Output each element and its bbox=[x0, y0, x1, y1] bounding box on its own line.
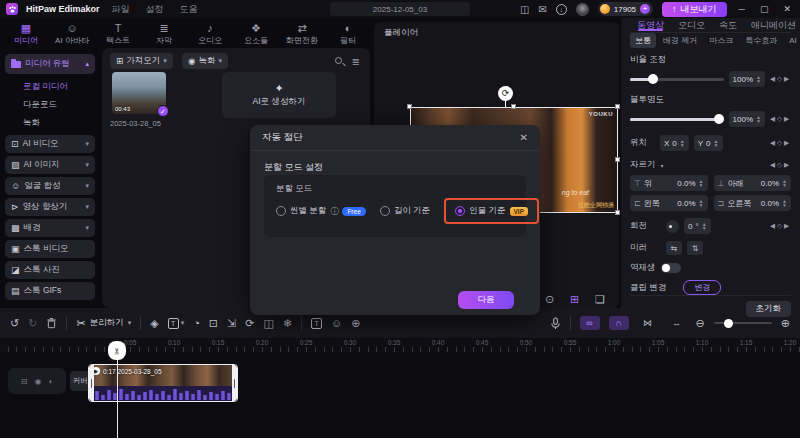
rotate-handle-icon[interactable]: ⟳ bbox=[498, 86, 513, 101]
sidebar-item-local-media[interactable]: 로컬 미디어 bbox=[5, 78, 95, 96]
trim-handle-right[interactable] bbox=[232, 365, 237, 401]
record-button[interactable]: ◉ 녹화 ▾ bbox=[182, 53, 228, 69]
sidebar-item-ai-image[interactable]: ▨AI 이미지▾ bbox=[5, 156, 95, 174]
ribbon-tab-filter[interactable]: ◐필터 bbox=[326, 20, 370, 48]
chevron-down-icon[interactable]: ▾ bbox=[661, 162, 664, 169]
sticker-icon[interactable]: ☺ bbox=[331, 317, 342, 329]
import-button[interactable]: ⊞ 가져오기 ▾ bbox=[110, 53, 173, 69]
selection-handle[interactable] bbox=[407, 104, 412, 109]
tab-speed[interactable]: 속도 bbox=[712, 18, 744, 32]
track-visibility-icon[interactable]: ◉ bbox=[34, 377, 41, 386]
position-y-box[interactable]: Y0▲▼ bbox=[694, 135, 723, 151]
menu-file[interactable]: 파일 bbox=[108, 3, 134, 16]
scene-detect-icon[interactable]: ⊕ bbox=[351, 317, 360, 330]
stepper-icon[interactable]: ▲▼ bbox=[680, 139, 685, 147]
sidebar-item-stock-gifs[interactable]: ▤스톡 GIFs bbox=[5, 282, 95, 300]
stepper-icon[interactable]: ▲▼ bbox=[782, 199, 787, 207]
radio-icon[interactable] bbox=[276, 206, 286, 216]
timeline-tracks[interactable]: ⊟ ◉ ◐ 커버 ▶ 0:17 2025-03-28_05 bbox=[0, 352, 800, 438]
scale-slider[interactable] bbox=[630, 78, 724, 81]
fullscreen-icon[interactable]: ❏ bbox=[595, 293, 605, 306]
ribbon-tab-transition[interactable]: ⇄화면전환 bbox=[280, 20, 324, 48]
sidebar-item-face-swap[interactable]: ☺얼굴 합성▾ bbox=[5, 177, 95, 195]
radio-person-based[interactable]: 인물 기준 VIP bbox=[444, 198, 539, 224]
sidebar-item-download[interactable]: 다운로드 bbox=[5, 96, 95, 114]
ribbon-tab-ai-avatar[interactable]: ☺AI 아바타 bbox=[50, 20, 94, 48]
sidebar-item-stock-photo[interactable]: ◪스톡 사진 bbox=[5, 261, 95, 279]
quality-badge-icon[interactable]: ◈ bbox=[150, 317, 158, 330]
radio-length-based[interactable]: 길이 기준 bbox=[380, 205, 430, 217]
selection-handle[interactable] bbox=[615, 210, 620, 215]
rotate-dial[interactable] bbox=[666, 220, 679, 233]
subtab-bg-remove[interactable]: 배경 제거 bbox=[658, 33, 702, 48]
sort-list-icon[interactable]: ≣ bbox=[352, 56, 360, 67]
keyframe-controls[interactable]: ◀◇▶ bbox=[770, 161, 791, 169]
download-icon[interactable]: ↓ bbox=[556, 4, 567, 15]
timeline-clip[interactable]: ▶ 0:17 2025-03-28_05 bbox=[88, 364, 238, 402]
credits-pill[interactable]: 17905 + bbox=[598, 2, 653, 16]
stepper-icon[interactable]: ▲▼ bbox=[702, 222, 707, 230]
trash-icon[interactable] bbox=[46, 317, 57, 329]
stepper-icon[interactable]: ▲▼ bbox=[782, 179, 787, 187]
ribbon-tab-subtitle[interactable]: ≣자막 bbox=[142, 20, 186, 48]
crop-right-box[interactable]: ⊐오른쪽0.0%▲▼ bbox=[714, 195, 792, 211]
close-button[interactable]: ✕ bbox=[780, 4, 794, 14]
subtab-normal[interactable]: 보통 bbox=[630, 33, 656, 48]
grid-icon[interactable]: ⊞ bbox=[570, 293, 579, 306]
rotate-value-box[interactable]: 0°▲▼ bbox=[684, 218, 711, 234]
voiceover-button[interactable] bbox=[550, 317, 561, 330]
stepper-icon[interactable]: ▲▼ bbox=[699, 179, 704, 187]
sidebar-item-video-enhancer[interactable]: ⊳영상 향상기▾ bbox=[5, 198, 95, 216]
crop-icon[interactable]: ⊡ bbox=[209, 317, 218, 330]
minimize-button[interactable]: ─ bbox=[736, 4, 748, 14]
layout-icon[interactable]: ◫ bbox=[520, 4, 529, 15]
ribbon-tab-audio[interactable]: ♪오디오 bbox=[188, 20, 232, 48]
sidebar-item-stock-video[interactable]: ▣스톡 비디오 bbox=[5, 240, 95, 258]
radio-scene-split[interactable]: 씬별 분할 ⓘ Free bbox=[276, 205, 366, 217]
subtab-effects[interactable]: 특수효과 bbox=[740, 33, 782, 48]
selection-handle[interactable] bbox=[615, 157, 620, 162]
time-rewind-icon[interactable]: ⟳ bbox=[245, 317, 254, 330]
opacity-value-box[interactable]: 100%▲▼ bbox=[729, 111, 765, 127]
keyframe-controls[interactable]: ◀◇▶ bbox=[770, 75, 791, 83]
link-clips-icon[interactable]: ∞ bbox=[580, 316, 600, 330]
sidebar-item-ai-video[interactable]: ⊡AI 비디오▾ bbox=[5, 135, 95, 153]
playhead-scissors-badge[interactable]: ✂ bbox=[108, 341, 126, 360]
selection-handle[interactable] bbox=[511, 104, 516, 109]
sidebar-item-background[interactable]: ▩배경▾ bbox=[5, 219, 95, 237]
keyframe-controls[interactable]: ◀◇▶ bbox=[770, 222, 791, 230]
menu-help[interactable]: 도움 bbox=[176, 3, 202, 16]
undo-icon[interactable]: ↺ bbox=[10, 317, 19, 330]
sidebar-item-record[interactable]: 녹화 bbox=[5, 114, 95, 132]
subtab-mask[interactable]: 마스크 bbox=[704, 33, 738, 48]
export-frame-icon[interactable]: ⇲ bbox=[227, 317, 236, 330]
keyframe-controls[interactable]: ◀◇▶ bbox=[770, 115, 791, 123]
tab-video[interactable]: 동영상 bbox=[630, 18, 671, 32]
add-text-button[interactable]: T▾ bbox=[168, 318, 185, 329]
ribbon-tab-text[interactable]: T텍스트 bbox=[96, 20, 140, 48]
stepper-icon[interactable]: ▲▼ bbox=[756, 75, 761, 83]
ai-generate-button[interactable]: ✦ AI로 생성하기 bbox=[222, 72, 336, 118]
keyframe-controls[interactable]: ◀◇▶ bbox=[770, 139, 791, 147]
reset-button[interactable]: 초기화 bbox=[746, 301, 792, 317]
radio-icon[interactable] bbox=[380, 206, 390, 216]
cover-button[interactable]: 커버 bbox=[70, 371, 90, 391]
maximize-button[interactable]: ▢ bbox=[757, 4, 772, 14]
media-item-thumbnail[interactable]: 00:43 ✓ bbox=[112, 72, 166, 114]
export-button[interactable]: ↑ 내보내기 bbox=[662, 2, 727, 17]
split-button[interactable]: ✂ 분리하기 ▾ bbox=[76, 317, 131, 330]
search-icon[interactable] bbox=[335, 57, 342, 64]
next-button[interactable]: 다음 bbox=[458, 291, 514, 309]
feedback-icon[interactable]: ✉ bbox=[538, 4, 546, 15]
stepper-icon[interactable]: ▲▼ bbox=[714, 139, 719, 147]
position-x-box[interactable]: X0▲▼ bbox=[660, 135, 689, 151]
crop-left-box[interactable]: ⊏왼쪽0.0%▲▼ bbox=[630, 195, 708, 211]
freeze-frame-icon[interactable]: ❄ bbox=[283, 317, 292, 330]
menu-settings[interactable]: 설정 bbox=[142, 3, 168, 16]
crop-bottom-box[interactable]: ⊥아래0.0%▲▼ bbox=[714, 175, 792, 191]
ribbon-tab-elements[interactable]: ❖요소들 bbox=[234, 20, 278, 48]
sidebar-item-media-type[interactable]: 미디어 유형 ▴ bbox=[5, 54, 95, 74]
snapshot-icon[interactable]: ⊙ bbox=[545, 293, 554, 306]
user-avatar[interactable] bbox=[576, 3, 589, 16]
selection-handle[interactable] bbox=[615, 104, 620, 109]
